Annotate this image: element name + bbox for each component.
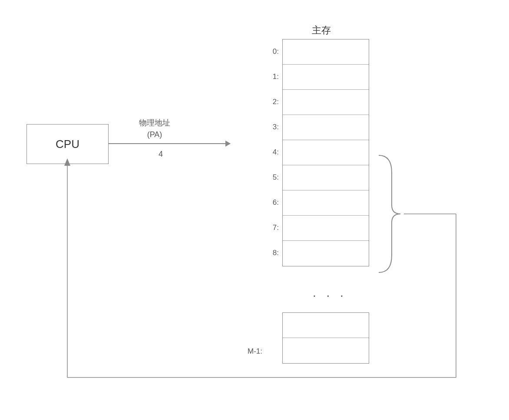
memory-row-6 — [283, 190, 369, 216]
cpu-label: CPU — [56, 138, 79, 151]
brace-svg — [370, 151, 413, 277]
memory-row-1 — [283, 65, 369, 90]
pa-arrow — [109, 143, 230, 144]
memory-row-5 — [283, 165, 369, 190]
memory-block-top — [282, 39, 369, 266]
memory-row-2 — [283, 90, 369, 115]
pa-number: 4 — [159, 150, 163, 159]
memory-row-0 — [283, 39, 369, 65]
memory-block-bottom — [282, 312, 369, 364]
row-label-8: 8: — [261, 240, 281, 266]
row-label-6: 6: — [261, 190, 281, 215]
memory-row-8 — [283, 241, 369, 266]
pa-label: 物理地址 (PA) — [139, 117, 170, 141]
row-label-1: 1: — [261, 64, 281, 89]
memory-row-7 — [283, 216, 369, 241]
row-label-4: 4: — [261, 140, 281, 165]
memory-row-4 — [283, 140, 369, 165]
memory-row-3 — [283, 115, 369, 140]
memory-title: 主存 — [278, 24, 365, 37]
feedback-lines — [0, 0, 509, 420]
row-label-0: 0: — [261, 39, 281, 64]
cpu-box: CPU — [26, 124, 109, 164]
row-label-3: 3: — [261, 115, 281, 140]
dots: · · · — [313, 289, 347, 302]
row-labels: 0: 1: 2: 3: 4: 5: 6: 7: 8: — [261, 39, 281, 266]
memory-row-m1 — [283, 338, 369, 363]
diagram-container: CPU 物理地址 (PA) 4 主存 0: 1: 2: 3: 4: 5: 6: … — [0, 0, 509, 420]
row-label-2: 2: — [261, 89, 281, 115]
memory-row-m0 — [283, 313, 369, 338]
row-label-5: 5: — [261, 165, 281, 190]
m1-label: M-1: — [248, 347, 262, 356]
row-label-7: 7: — [261, 215, 281, 240]
